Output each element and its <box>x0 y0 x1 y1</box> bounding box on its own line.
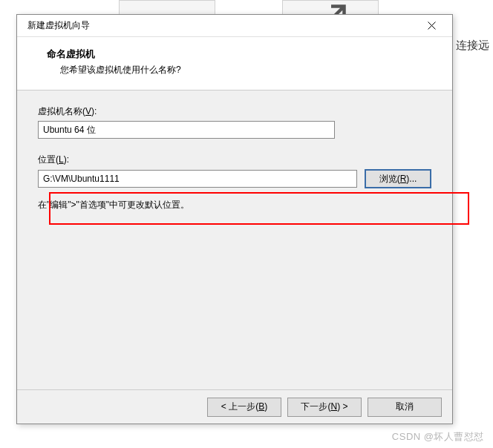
bg-connect-label: 连接远 <box>456 39 489 53</box>
cancel-button[interactable]: 取消 <box>368 398 442 417</box>
dialog-title: 新建虚拟机向导 <box>27 19 417 32</box>
vm-name-input[interactable] <box>38 121 335 139</box>
location-label: 位置(L): <box>38 154 431 166</box>
wizard-header: 命名虚拟机 您希望该虚拟机使用什么名称? <box>17 37 452 90</box>
wizard-body: 虚拟机名称(V): 位置(L): 浏览(R)... 在"编辑">"首选项"中可更… <box>17 90 452 389</box>
wizard-footer: < 上一步(B) 下一步(N) > 取消 <box>17 389 452 424</box>
close-icon <box>428 22 436 30</box>
wizard-step-title: 命名虚拟机 <box>47 47 439 61</box>
back-button[interactable]: < 上一步(B) <box>207 398 281 417</box>
new-vm-wizard-dialog: 新建虚拟机向导 命名虚拟机 您希望该虚拟机使用什么名称? 虚拟机名称(V): 位… <box>16 14 453 424</box>
wizard-step-subtitle: 您希望该虚拟机使用什么名称? <box>47 64 439 76</box>
vm-name-label: 虚拟机名称(V): <box>38 105 431 118</box>
watermark: CSDN @坏人曹怼怼 <box>392 430 484 444</box>
browse-button[interactable]: 浏览(R)... <box>365 169 431 188</box>
close-button[interactable] <box>417 15 446 37</box>
titlebar: 新建虚拟机向导 <box>17 15 452 37</box>
location-input[interactable] <box>38 170 357 188</box>
next-button[interactable]: 下一步(N) > <box>287 398 362 417</box>
location-hint: 在"编辑">"首选项"中可更改默认位置。 <box>38 199 431 211</box>
